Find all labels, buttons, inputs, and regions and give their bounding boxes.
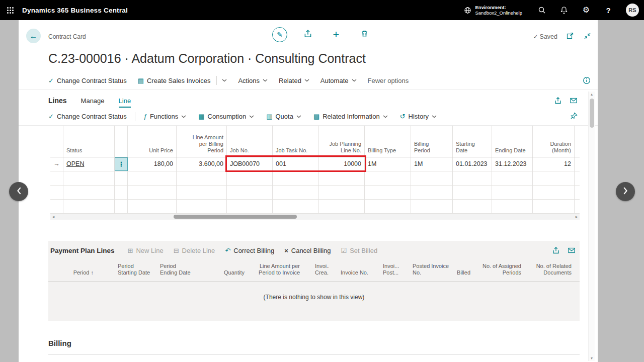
column-header-starting-date[interactable]: Starting Date: [453, 126, 492, 157]
pin-icon[interactable]: [570, 112, 578, 121]
empty-cell[interactable]: [63, 186, 115, 199]
quota-menu[interactable]: ▥ Quota: [266, 113, 301, 120]
empty-cell[interactable]: [227, 200, 273, 213]
empty-cell[interactable]: [273, 171, 319, 185]
empty-cell[interactable]: [50, 186, 63, 199]
empty-cell[interactable]: [492, 200, 533, 213]
notifications-icon[interactable]: [559, 6, 569, 15]
column-header-billing-period[interactable]: Billing Period: [411, 126, 453, 157]
scroll-right-icon[interactable]: ▸: [574, 214, 580, 220]
empty-cell[interactable]: [115, 171, 128, 185]
lines-share-button[interactable]: [553, 96, 562, 105]
actions-menu[interactable]: Actions: [238, 77, 268, 84]
empty-cell[interactable]: [63, 171, 115, 185]
empty-cell[interactable]: [63, 200, 115, 213]
edit-button[interactable]: ✎: [272, 27, 287, 42]
pp-column-no-of-assigned-periods[interactable]: No. of Assigned Periods: [470, 263, 521, 276]
empty-cell[interactable]: [115, 200, 128, 213]
cancel-billing-button[interactable]: × Cancel Billing: [284, 247, 331, 254]
back-button[interactable]: ←: [26, 29, 41, 43]
fewer-options-button[interactable]: Fewer options: [368, 77, 409, 84]
empty-cell[interactable]: [227, 171, 273, 185]
related-menu[interactable]: Related: [279, 77, 309, 84]
empty-cell[interactable]: [177, 186, 227, 199]
tab-line[interactable]: Line: [119, 97, 131, 108]
column-header-billing-type[interactable]: Billing Type: [365, 126, 411, 157]
empty-cell[interactable]: [365, 200, 411, 213]
status-cell[interactable]: OPEN: [63, 157, 115, 171]
info-icon[interactable]: [583, 76, 591, 86]
empty-cell[interactable]: [453, 186, 492, 199]
vertical-scrollbar-thumb[interactable]: [590, 99, 594, 128]
column-header-ending-date[interactable]: Ending Date: [492, 126, 533, 157]
empty-cell[interactable]: [365, 186, 411, 199]
pp-column-line-amount-per-period[interactable]: Line Amount per Period to Invoice: [245, 263, 300, 276]
vertical-scrollbar[interactable]: ▴ ▾: [588, 92, 595, 361]
empty-cell[interactable]: [50, 171, 63, 185]
empty-cell[interactable]: [453, 200, 492, 213]
ending-date-cell[interactable]: 31.12.2023: [492, 157, 533, 171]
avatar[interactable]: RS: [626, 4, 639, 17]
empty-cell[interactable]: [533, 200, 575, 213]
consumption-menu[interactable]: ▦ Consumption: [198, 113, 254, 120]
empty-cell[interactable]: [411, 186, 453, 199]
share-button[interactable]: [300, 27, 315, 42]
change-contract-status-action[interactable]: ✓ Change Contract Status: [48, 77, 127, 84]
scroll-down-icon[interactable]: ▾: [589, 356, 595, 360]
nav-previous-button[interactable]: [9, 182, 28, 201]
empty-cell[interactable]: [411, 171, 453, 185]
empty-cell[interactable]: [319, 200, 365, 213]
collapse-button[interactable]: [583, 32, 592, 41]
empty-cell[interactable]: [492, 186, 533, 199]
empty-cell[interactable]: [273, 186, 319, 199]
help-icon[interactable]: ?: [604, 6, 613, 15]
starting-date-cell[interactable]: 01.01.2023: [453, 157, 492, 171]
settings-icon[interactable]: ⚙: [582, 6, 591, 15]
billing-section-title[interactable]: Billing: [48, 339, 580, 347]
column-header-duration[interactable]: Duration (Month): [533, 126, 575, 157]
empty-cell[interactable]: [128, 200, 177, 213]
pp-column-invoice-no[interactable]: Invoice No.: [329, 269, 371, 276]
empty-cell[interactable]: [115, 186, 128, 199]
new-button[interactable]: +: [329, 27, 344, 42]
functions-menu[interactable]: ƒ Functions: [143, 113, 187, 120]
pp-column-invoice-created[interactable]: Invoi... Crea...: [300, 263, 329, 276]
empty-cell[interactable]: [319, 171, 365, 185]
lines-mail-button[interactable]: [569, 96, 578, 105]
empty-cell[interactable]: [533, 186, 575, 199]
row-menu-button[interactable]: ⋮: [115, 157, 128, 171]
empty-cell[interactable]: [128, 186, 177, 199]
lines-change-contract-status-action[interactable]: ✓ Change Contract Status: [48, 113, 127, 120]
automate-menu[interactable]: Automate: [320, 77, 357, 84]
unit-price-cell[interactable]: 180,00: [128, 157, 177, 171]
column-header-line-amount[interactable]: Line Amount per Billing Period: [177, 126, 227, 157]
column-header-job-no[interactable]: Job No.: [227, 126, 273, 157]
empty-cell[interactable]: [533, 171, 575, 185]
empty-cell[interactable]: [411, 200, 453, 213]
empty-cell[interactable]: [453, 171, 492, 185]
column-header-job-planning-line-no[interactable]: Job Planning Line No.: [319, 126, 365, 157]
duration-cell[interactable]: 12: [533, 157, 575, 171]
nav-next-button[interactable]: [616, 182, 635, 201]
correct-billing-button[interactable]: ↶ Correct Billing: [225, 247, 274, 254]
pp-column-no-of-related-documents[interactable]: No. of Related Documents: [521, 263, 572, 276]
more-actions-chevron[interactable]: [216, 76, 227, 85]
create-sales-invoices-action[interactable]: ▤ Create Sales Invoices: [138, 77, 211, 84]
payment-share-button[interactable]: [551, 246, 560, 254]
column-header-job-task-no[interactable]: Job Task No.: [273, 126, 319, 157]
pp-column-period-starting-date[interactable]: Period Starting Date: [94, 263, 160, 276]
column-header-unit-price[interactable]: Unit Price: [128, 126, 177, 157]
empty-cell[interactable]: [492, 171, 533, 185]
history-menu[interactable]: ↺ History: [400, 113, 437, 120]
job-planning-line-no-cell[interactable]: 10000: [319, 157, 365, 171]
row-selector-icon[interactable]: →: [50, 157, 63, 171]
empty-cell[interactable]: [273, 200, 319, 213]
empty-cell[interactable]: [227, 186, 273, 199]
payment-mail-button[interactable]: [567, 246, 576, 254]
tab-manage[interactable]: Manage: [81, 97, 105, 108]
billing-type-cell[interactable]: 1M: [365, 157, 411, 171]
empty-cell[interactable]: [177, 200, 227, 213]
related-information-menu[interactable]: ▤ Related Information: [313, 113, 388, 120]
open-in-new-window-button[interactable]: [566, 32, 575, 41]
pp-column-billed[interactable]: Billed: [455, 269, 470, 276]
